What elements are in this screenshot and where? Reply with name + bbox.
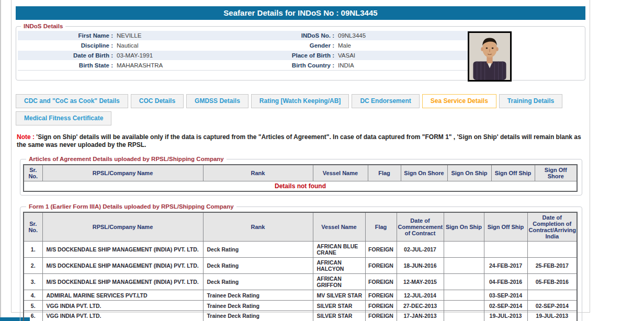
column-header: Flag <box>365 212 397 242</box>
table-cell: 27-DEC-2013 <box>397 301 444 311</box>
column-header: RPSL/Company Name <box>42 165 203 181</box>
field-label: Birth State : <box>18 61 113 70</box>
table-cell: AFRICAN HALCYON <box>313 258 365 274</box>
column-header: Sign Off Ship <box>491 165 535 181</box>
table-cell: 24-FEB-2017 <box>484 258 527 274</box>
indos-row: Birth State :MAHARASHTRA Birth Country :… <box>18 61 471 71</box>
table-row: 6.VGG INDIA PVT. LTD.Trainee Deck Rating… <box>24 311 577 321</box>
table-cell <box>444 258 484 274</box>
field-label: Gender : <box>261 41 334 50</box>
tab-dc-endorsement[interactable]: DC Endorsement <box>352 94 419 108</box>
table-cell: 6. <box>24 311 42 321</box>
table-cell: 02-SEP-2014 <box>484 301 527 311</box>
table-cell <box>527 242 577 258</box>
tab-training-details[interactable]: Training Details <box>499 94 562 108</box>
table-cell: 18-JUN-2016 <box>397 258 444 274</box>
field-value: Male <box>334 41 351 50</box>
field-label: First Name : <box>18 31 113 40</box>
table-cell: AFRICAN GRIFFON <box>313 274 365 290</box>
column-header: Date of Completion of Contract/Arriving … <box>527 212 577 242</box>
tab-coc-details[interactable]: COC Details <box>131 94 184 108</box>
column-header: Sign On Ship <box>447 165 491 181</box>
table-cell: VGG INDIA PVT. LTD. <box>42 311 203 321</box>
articles-of-agreement-table: Sr. No.RPSL/Company NameRankVessel NameF… <box>23 164 578 192</box>
table-cell: 04-FEB-2016 <box>484 274 527 290</box>
table-cell: 19-JUL-2013 <box>527 311 577 321</box>
table-cell: 05-FEB-2016 <box>527 274 577 290</box>
field-value: MAHARASHTRA <box>113 61 163 70</box>
table-cell: M/S DOCKENDALE SHIP MANAGEMENT (INDIA) P… <box>42 274 203 290</box>
table-row: 4.ADMIRAL MARINE SERVICES PVT.LTDTrainee… <box>24 290 577 301</box>
field-label: Place of Birth : <box>261 51 334 60</box>
table-cell <box>444 242 484 258</box>
table-cell: AFRICAN BLUE CRANE <box>313 242 365 258</box>
field-label: Birth Country : <box>261 61 334 70</box>
indos-details-legend: INDoS Details <box>21 23 65 29</box>
articles-of-agreement-legend: Articles of Agreement Details uploaded b… <box>26 156 227 162</box>
table-cell: 17-JAN-2013 <box>397 311 444 321</box>
table-cell: 4. <box>24 290 42 301</box>
table-cell: SILVER STAR <box>313 311 365 321</box>
field-value: 03-MAY-1991 <box>113 51 153 60</box>
field-label: Date of Birth : <box>18 51 113 60</box>
tab-cdc-and-coc-as-cook-details[interactable]: CDC and "CoC as Cook" Details <box>16 94 128 108</box>
table-cell: 02-SEP-2014 <box>527 301 577 311</box>
column-header: Date of Commencement of Contract <box>397 212 444 242</box>
tab-sea-service-details[interactable]: Sea Service Details <box>422 94 496 108</box>
table-row: 2.M/S DOCKENDALE SHIP MANAGEMENT (INDIA)… <box>24 258 577 274</box>
table-cell: FOREIGN <box>365 242 397 258</box>
table-cell <box>444 311 484 321</box>
table-cell: Trainee Deck Rating <box>203 301 313 311</box>
indos-details-panel: INDoS Details First Name :NEVILLE INDoS … <box>16 23 585 81</box>
column-header: Flag <box>368 165 401 181</box>
column-header: Vessel Name <box>313 165 368 181</box>
field-label: Discipline : <box>18 41 113 50</box>
table-cell: MV SILVER STAR <box>313 290 365 301</box>
table-row: 3.M/S DOCKENDALE SHIP MANAGEMENT (INDIA)… <box>24 274 577 290</box>
table-cell <box>527 290 577 301</box>
table-cell: Trainee Deck Rating <box>203 290 313 301</box>
table-cell: Deck Rating <box>203 274 313 290</box>
aoa-header-row: Sr. No.RPSL/Company NameRankVessel NameF… <box>24 165 577 181</box>
tab-medical-fitness-certificate[interactable]: Medical Fitness Certificate <box>16 111 111 125</box>
table-cell: 12-MAY-2015 <box>397 274 444 290</box>
table-cell: FOREIGN <box>365 311 397 321</box>
table-cell <box>484 242 527 258</box>
column-header: Rank <box>203 212 313 242</box>
seafarer-photo <box>468 31 512 82</box>
portrait-illustration <box>469 33 510 80</box>
page-title: Seafarer Details for INDoS No : 09NL3445 <box>16 6 585 20</box>
field-value: NEVILLE <box>113 31 141 40</box>
table-cell: 25-FEB-2017 <box>527 258 577 274</box>
table-cell: 1. <box>24 242 42 258</box>
form1-table-body: 1.M/S DOCKENDALE SHIP MANAGEMENT (INDIA)… <box>24 242 577 321</box>
field-value: Nautical <box>113 41 139 50</box>
table-cell: FOREIGN <box>365 274 397 290</box>
window-left-edge <box>0 0 1 321</box>
indos-row: First Name :NEVILLE INDoS No. :09NL3445 <box>18 31 471 41</box>
table-cell: 3. <box>24 274 42 290</box>
tab-gmdss-details[interactable]: GMDSS Details <box>186 94 248 108</box>
note-label: Note : <box>17 133 36 141</box>
table-cell <box>444 290 484 301</box>
column-header: Sr. No. <box>24 212 42 242</box>
table-cell: Trainee Deck Rating <box>203 311 313 321</box>
table-cell: M/S DOCKENDALE SHIP MANAGEMENT (INDIA) P… <box>42 242 203 258</box>
table-cell: SILVER STAR <box>313 301 365 311</box>
tab-rating-watch-keeping-ab[interactable]: Rating [Watch Keeping/AB] <box>251 94 349 108</box>
table-cell: 2. <box>24 258 42 274</box>
form1-table: Sr. No.RPSL/Company NameRankVessel NameF… <box>23 212 578 321</box>
field-value: 09NL3445 <box>334 31 366 40</box>
form1-panel: Form 1 (Earlier Form IIIA) Details uploa… <box>20 203 582 321</box>
table-cell: Deck Rating <box>203 242 313 258</box>
field-value: VASAI <box>334 51 355 60</box>
table-row: 5.VGG INDIA PVT. LTD.Trainee Deck Rating… <box>24 301 577 311</box>
column-header: Vessel Name <box>313 212 365 242</box>
table-cell: 12-JUL-2014 <box>397 290 444 301</box>
column-header: Sign Off Ship <box>484 212 527 242</box>
table-cell: M/S DOCKENDALE SHIP MANAGEMENT (INDIA) P… <box>42 258 203 274</box>
column-header: Sr. No. <box>24 165 42 181</box>
table-cell: ADMIRAL MARINE SERVICES PVT.LTD <box>42 290 203 301</box>
field-value: INDIA <box>334 61 354 70</box>
table-cell: FOREIGN <box>365 301 397 311</box>
